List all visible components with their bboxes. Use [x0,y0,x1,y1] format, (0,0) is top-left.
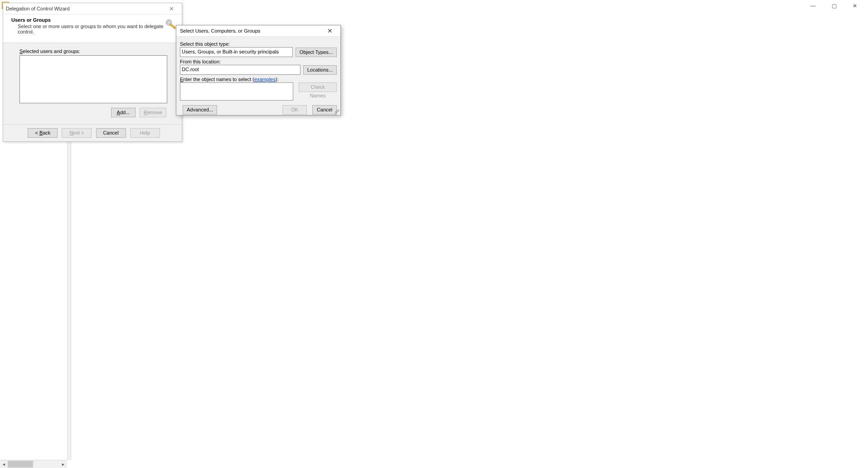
selected-users-label: Selected users and groups: [19,48,169,54]
wizard-footer: < Back Next > Cancel Help [3,124,182,141]
enter-names-label-post: ): [276,77,279,82]
svg-rect-3 [174,27,175,29]
remove-button-accel: R [144,110,147,115]
wizard-close-button[interactable]: ✕ [164,4,179,13]
left-pane-hscrollbar[interactable]: ◄ ► [0,460,67,468]
picker-cancel-button[interactable]: Cancel [312,105,337,115]
remove-button-text: emove [147,110,162,115]
add-button-accel: A [117,110,120,115]
selected-users-listbox[interactable] [19,55,167,103]
enter-names-label: Enter the object names to select (exampl… [180,77,337,82]
key-icon [165,18,177,31]
advanced-button[interactable]: Advanced... [183,105,217,115]
resize-grip-icon[interactable] [335,110,339,114]
object-types-button[interactable]: Object Types... [296,48,337,57]
ok-button: OK [282,105,307,115]
picker-bottom-row: Advanced... OK Cancel [180,105,337,115]
scroll-left-arrow-icon[interactable]: ◄ [0,460,8,468]
svg-point-1 [168,21,170,24]
check-names-button: Check Names [299,82,337,92]
selected-users-label-text: elected users and groups: [23,48,80,54]
next-button-post: ext > [73,130,84,135]
from-location-row: DC.root Locations... [180,65,337,75]
wizard-list-buttons: Add... Remove [19,108,166,117]
object-type-field: Users, Groups, or Built-in security prin… [180,47,293,57]
wizard-body: Selected users and groups: Add... Remove [3,43,182,121]
add-button-text: dd... [120,110,130,115]
cancel-button[interactable]: Cancel [96,128,126,138]
scroll-thumb[interactable] [8,461,33,468]
delegation-wizard-dialog: Delegation of Control Wizard ✕ Users or … [3,3,182,142]
back-button-post: ack [43,130,50,135]
from-location-label: From this location: [180,59,337,64]
back-button[interactable]: < Back [28,128,58,138]
examples-link[interactable]: examples [254,77,276,82]
object-type-label: Select this object type: [180,41,337,47]
pane-splitter[interactable] [67,141,71,460]
add-button[interactable]: Add... [111,108,136,117]
help-button: Help [130,128,160,138]
picker-body: Select this object type: Users, Groups, … [176,37,340,118]
wizard-subheading: Select one or more users or groups to wh… [18,24,176,34]
picker-close-button[interactable]: ✕ [322,26,338,35]
enter-names-row: Check Names [180,82,337,101]
object-picker-dialog: Select Users, Computers, or Groups ✕ Sel… [176,25,341,116]
object-names-textarea[interactable] [180,82,293,101]
from-location-field: DC.root [180,65,301,75]
wizard-titlebar[interactable]: Delegation of Control Wizard ✕ [3,3,182,14]
locations-button[interactable]: Locations... [303,65,337,75]
wizard-title: Delegation of Control Wizard [6,6,164,11]
wizard-header: Users or Groups Select one or more users… [3,14,182,43]
picker-titlebar[interactable]: Select Users, Computers, or Groups ✕ [176,25,340,37]
back-button-pre: < [35,130,39,135]
next-button: Next > [62,128,92,138]
picker-title: Select Users, Computers, or Groups [180,28,322,34]
object-type-row: Users, Groups, or Built-in security prin… [180,47,337,57]
enter-names-label-mid: nter the object names to select ( [183,77,254,82]
scroll-right-arrow-icon[interactable]: ► [59,460,67,468]
remove-button: Remove [140,108,166,117]
picker-bottom-right: OK Cancel [280,105,337,115]
wizard-heading: Users or Groups [11,17,176,23]
